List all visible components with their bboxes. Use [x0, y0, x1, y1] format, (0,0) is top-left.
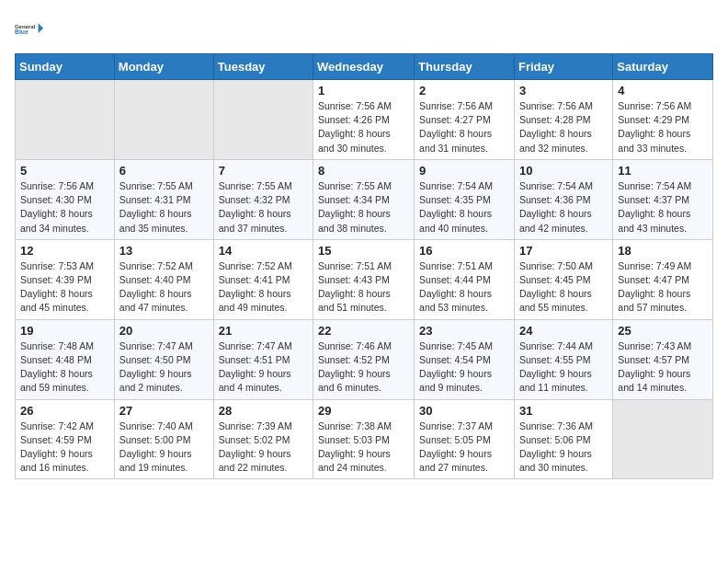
svg-text:General: General: [15, 24, 35, 29]
calendar-cell: 28Sunrise: 7:39 AMSunset: 5:02 PMDayligh…: [213, 399, 313, 479]
day-info: Sunrise: 7:45 AMSunset: 4:54 PMDaylight:…: [419, 339, 509, 396]
day-info: Sunrise: 7:40 AMSunset: 5:00 PMDaylight:…: [119, 419, 209, 476]
day-number: 17: [519, 244, 608, 258]
calendar-cell: 24Sunrise: 7:44 AMSunset: 4:55 PMDayligh…: [514, 319, 612, 399]
day-number: 28: [219, 404, 308, 418]
calendar-cell: 14Sunrise: 7:52 AMSunset: 4:41 PMDayligh…: [213, 239, 313, 319]
day-number: 1: [318, 84, 409, 98]
day-number: 26: [20, 404, 109, 418]
day-number: 7: [219, 164, 308, 178]
day-info: Sunrise: 7:39 AMSunset: 5:02 PMDaylight:…: [219, 419, 308, 476]
calendar-cell: 1Sunrise: 7:56 AMSunset: 4:26 PMDaylight…: [313, 80, 415, 160]
calendar-cell: 30Sunrise: 7:37 AMSunset: 5:05 PMDayligh…: [415, 399, 515, 479]
calendar-cell: 19Sunrise: 7:48 AMSunset: 4:48 PMDayligh…: [16, 319, 115, 399]
weekday-header-wednesday: Wednesday: [313, 54, 415, 80]
day-info: Sunrise: 7:56 AMSunset: 4:27 PMDaylight:…: [419, 99, 509, 155]
day-info: Sunrise: 7:51 AMSunset: 4:44 PMDaylight:…: [419, 259, 509, 316]
day-info: Sunrise: 7:36 AMSunset: 5:06 PMDaylight:…: [519, 419, 608, 476]
day-number: 24: [519, 324, 608, 338]
day-number: 16: [419, 244, 509, 258]
day-info: Sunrise: 7:55 AMSunset: 4:34 PMDaylight:…: [318, 179, 409, 236]
day-info: Sunrise: 7:53 AMSunset: 4:39 PMDaylight:…: [20, 259, 109, 316]
day-info: Sunrise: 7:46 AMSunset: 4:52 PMDaylight:…: [318, 339, 409, 396]
calendar-week-row: 26Sunrise: 7:42 AMSunset: 4:59 PMDayligh…: [16, 399, 713, 479]
day-info: Sunrise: 7:44 AMSunset: 4:55 PMDaylight:…: [519, 339, 608, 396]
calendar-cell: [16, 80, 115, 160]
day-info: Sunrise: 7:56 AMSunset: 4:28 PMDaylight:…: [519, 99, 608, 155]
calendar-cell: 26Sunrise: 7:42 AMSunset: 4:59 PMDayligh…: [16, 399, 115, 479]
calendar-cell: 21Sunrise: 7:47 AMSunset: 4:51 PMDayligh…: [213, 319, 313, 399]
day-info: Sunrise: 7:56 AMSunset: 4:29 PMDaylight:…: [618, 99, 708, 155]
calendar-cell: 17Sunrise: 7:50 AMSunset: 4:45 PMDayligh…: [514, 239, 612, 319]
calendar-week-row: 12Sunrise: 7:53 AMSunset: 4:39 PMDayligh…: [16, 239, 713, 319]
day-info: Sunrise: 7:52 AMSunset: 4:41 PMDaylight:…: [219, 259, 308, 316]
weekday-header-sunday: Sunday: [16, 54, 115, 80]
day-info: Sunrise: 7:38 AMSunset: 5:03 PMDaylight:…: [318, 419, 409, 476]
day-number: 29: [318, 404, 409, 418]
calendar-cell: 20Sunrise: 7:47 AMSunset: 4:50 PMDayligh…: [114, 319, 213, 399]
calendar-cell: 31Sunrise: 7:36 AMSunset: 5:06 PMDayligh…: [514, 399, 612, 479]
day-number: 5: [20, 164, 109, 178]
day-number: 2: [419, 84, 509, 98]
page: General Blue SundayMondayTuesdayWednesda…: [0, 0, 728, 494]
calendar-cell: 8Sunrise: 7:55 AMSunset: 4:34 PMDaylight…: [313, 159, 415, 239]
day-number: 11: [618, 164, 708, 178]
day-number: 9: [419, 164, 509, 178]
day-number: 31: [519, 404, 608, 418]
day-number: 10: [519, 164, 608, 178]
calendar-cell: 13Sunrise: 7:52 AMSunset: 4:40 PMDayligh…: [114, 239, 213, 319]
calendar-cell: 15Sunrise: 7:51 AMSunset: 4:43 PMDayligh…: [313, 239, 415, 319]
calendar-cell: 12Sunrise: 7:53 AMSunset: 4:39 PMDayligh…: [16, 239, 115, 319]
calendar-week-row: 1Sunrise: 7:56 AMSunset: 4:26 PMDaylight…: [16, 80, 713, 160]
day-number: 23: [419, 324, 509, 338]
day-number: 20: [119, 324, 209, 338]
calendar-cell: [613, 399, 713, 479]
calendar-cell: 22Sunrise: 7:46 AMSunset: 4:52 PMDayligh…: [313, 319, 415, 399]
day-number: 3: [519, 84, 608, 98]
logo: General Blue: [15, 15, 44, 44]
calendar-cell: 9Sunrise: 7:54 AMSunset: 4:35 PMDaylight…: [415, 159, 515, 239]
day-info: Sunrise: 7:47 AMSunset: 4:50 PMDaylight:…: [119, 339, 209, 396]
svg-marker-2: [39, 23, 43, 33]
day-info: Sunrise: 7:43 AMSunset: 4:57 PMDaylight:…: [618, 339, 708, 396]
logo-icon: General Blue: [15, 15, 44, 44]
day-number: 12: [20, 244, 109, 258]
day-number: 21: [219, 324, 308, 338]
day-info: Sunrise: 7:55 AMSunset: 4:31 PMDaylight:…: [119, 179, 209, 236]
calendar-cell: 10Sunrise: 7:54 AMSunset: 4:36 PMDayligh…: [514, 159, 612, 239]
day-number: 4: [618, 84, 708, 98]
day-info: Sunrise: 7:49 AMSunset: 4:47 PMDaylight:…: [618, 259, 708, 316]
calendar-cell: 18Sunrise: 7:49 AMSunset: 4:47 PMDayligh…: [613, 239, 713, 319]
day-info: Sunrise: 7:54 AMSunset: 4:36 PMDaylight:…: [519, 179, 608, 236]
calendar-cell: 23Sunrise: 7:45 AMSunset: 4:54 PMDayligh…: [415, 319, 515, 399]
calendar-cell: 27Sunrise: 7:40 AMSunset: 5:00 PMDayligh…: [114, 399, 213, 479]
day-info: Sunrise: 7:37 AMSunset: 5:05 PMDaylight:…: [419, 419, 509, 476]
day-number: 25: [618, 324, 708, 338]
calendar-cell: [114, 80, 213, 160]
calendar-cell: 7Sunrise: 7:55 AMSunset: 4:32 PMDaylight…: [213, 159, 313, 239]
day-number: 13: [119, 244, 209, 258]
day-info: Sunrise: 7:48 AMSunset: 4:48 PMDaylight:…: [20, 339, 109, 396]
day-number: 15: [318, 244, 409, 258]
calendar-week-row: 5Sunrise: 7:56 AMSunset: 4:30 PMDaylight…: [16, 159, 713, 239]
calendar-cell: 5Sunrise: 7:56 AMSunset: 4:30 PMDaylight…: [16, 159, 115, 239]
day-info: Sunrise: 7:54 AMSunset: 4:35 PMDaylight:…: [419, 179, 509, 236]
calendar-cell: 2Sunrise: 7:56 AMSunset: 4:27 PMDaylight…: [415, 80, 515, 160]
calendar-table: SundayMondayTuesdayWednesdayThursdayFrid…: [15, 53, 713, 479]
calendar-cell: 6Sunrise: 7:55 AMSunset: 4:31 PMDaylight…: [114, 159, 213, 239]
day-info: Sunrise: 7:47 AMSunset: 4:51 PMDaylight:…: [219, 339, 308, 396]
day-info: Sunrise: 7:52 AMSunset: 4:40 PMDaylight:…: [119, 259, 209, 316]
calendar-cell: 29Sunrise: 7:38 AMSunset: 5:03 PMDayligh…: [313, 399, 415, 479]
day-number: 19: [20, 324, 109, 338]
day-info: Sunrise: 7:51 AMSunset: 4:43 PMDaylight:…: [318, 259, 409, 316]
day-number: 6: [119, 164, 209, 178]
calendar-cell: 3Sunrise: 7:56 AMSunset: 4:28 PMDaylight…: [514, 80, 612, 160]
weekday-header-row: SundayMondayTuesdayWednesdayThursdayFrid…: [16, 54, 713, 80]
day-number: 18: [618, 244, 708, 258]
weekday-header-thursday: Thursday: [415, 54, 515, 80]
day-number: 22: [318, 324, 409, 338]
day-number: 8: [318, 164, 409, 178]
calendar-week-row: 19Sunrise: 7:48 AMSunset: 4:48 PMDayligh…: [16, 319, 713, 399]
svg-text:Blue: Blue: [15, 29, 28, 35]
weekday-header-friday: Friday: [514, 54, 612, 80]
